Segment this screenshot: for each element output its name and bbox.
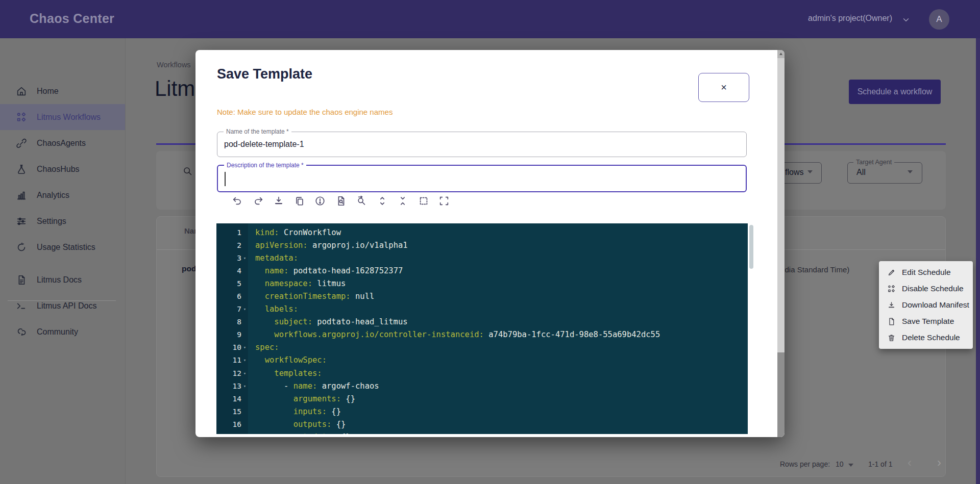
fold-arrow-icon[interactable]: ▾ xyxy=(241,384,248,389)
code-line: 13▾ - name: argowf-chaos xyxy=(216,379,748,392)
modal-scrollbar-thumb[interactable] xyxy=(777,58,785,352)
sidebar-item[interactable]: Analytics xyxy=(0,182,125,208)
close-button[interactable]: × xyxy=(698,73,749,102)
toolbar-button[interactable] xyxy=(253,195,264,207)
sidebar-item[interactable]: Usage Statistics xyxy=(0,234,125,260)
line-number: 1▾ xyxy=(216,228,248,237)
sidebar-item-icon xyxy=(16,190,27,201)
code-line: 5▾ namespace: litmus xyxy=(216,277,748,290)
code-text: apiVersion: argoproj.io/v1alpha1 xyxy=(248,241,408,250)
menu-item[interactable]: Download Manifest xyxy=(879,297,973,313)
toolbar-button[interactable] xyxy=(232,195,243,207)
line-number: 6▾ xyxy=(216,292,248,300)
fold-arrow-icon[interactable]: ▾ xyxy=(241,358,248,363)
toolbar-button[interactable] xyxy=(438,195,450,207)
next-page-button[interactable]: › xyxy=(937,455,941,470)
sidebar-item-label: Usage Statistics xyxy=(37,243,95,252)
sidebar-item-icon xyxy=(16,86,27,97)
modal-scrollbar[interactable] xyxy=(777,50,785,437)
line-number: 17▾ xyxy=(216,433,248,434)
code-text: name: podtato-head-1628752377 xyxy=(248,266,403,275)
code-line: 9▾ workflows.argoproj.io/controller-inst… xyxy=(216,328,748,341)
sidebar-item-icon xyxy=(16,274,27,286)
template-description-field: Description of the template * xyxy=(217,165,747,192)
target-agent-label: Target Agent xyxy=(853,159,894,166)
schedule-workflow-button[interactable]: Schedule a workflow xyxy=(849,80,941,104)
toolbar-button[interactable] xyxy=(356,195,367,207)
sidebar-item[interactable]: ChaosAgents xyxy=(0,130,125,156)
template-name-input[interactable] xyxy=(217,132,746,157)
code-text: outputs: {} xyxy=(248,420,346,429)
toolbar-button[interactable] xyxy=(397,195,408,207)
code-text: arguments: {} xyxy=(248,394,355,403)
fold-arrow-icon[interactable]: ▾ xyxy=(241,345,248,350)
menu-item[interactable]: Disable Schedule xyxy=(879,281,973,297)
rows-per-page-label: Rows per page: xyxy=(780,460,830,468)
toolbar-button[interactable] xyxy=(314,195,326,207)
menu-item[interactable]: Save Template xyxy=(879,313,973,329)
toolbar-button[interactable] xyxy=(377,195,388,207)
code-text: workflowSpec: xyxy=(248,355,327,365)
sidebar-item-label: Community xyxy=(37,327,78,337)
avatar[interactable]: A xyxy=(929,9,949,30)
scroll-up-arrow-icon[interactable] xyxy=(777,50,785,58)
fold-arrow-icon[interactable]: ▾ xyxy=(241,307,248,312)
code-text: metadata: xyxy=(248,253,298,263)
chevron-down-icon[interactable] xyxy=(901,15,911,24)
menu-item-icon xyxy=(887,285,896,293)
breadcrumb[interactable]: Workflows xyxy=(157,61,191,69)
sidebar-item[interactable]: Community xyxy=(0,319,125,345)
code-line: 16▾ outputs: {} xyxy=(216,418,748,430)
code-line: 8▾ subject: podtato-head_litmus xyxy=(216,316,748,328)
sidebar-item[interactable]: Home xyxy=(0,78,125,104)
sidebar-item-label: Analytics xyxy=(37,191,69,200)
toolbar-button[interactable] xyxy=(273,195,284,207)
modal-note: Note: Make sure to update the chaos engi… xyxy=(217,108,393,116)
line-number: 5▾ xyxy=(216,279,248,288)
brand-title: Chaos Center xyxy=(30,11,114,26)
sidebar-item[interactable]: Settings xyxy=(0,208,125,234)
line-number: 12▾ xyxy=(216,369,248,377)
code-text: subject: podtato-head_litmus xyxy=(248,317,408,326)
menu-item-icon xyxy=(887,317,896,326)
rows-per-page-value[interactable]: 10 xyxy=(836,460,844,468)
project-selector[interactable]: admin's project(Owner) xyxy=(808,14,892,23)
template-description-input[interactable] xyxy=(218,166,746,191)
toolbar-button[interactable] xyxy=(294,195,305,207)
modal-title: Save Template xyxy=(217,66,312,82)
line-number: 7▾ xyxy=(216,305,248,313)
sidebar-item-icon xyxy=(16,300,27,312)
sidebar-item[interactable]: ChaosHubs xyxy=(0,156,125,182)
sidebar-item-label: Litmus Workflows xyxy=(37,113,101,122)
code-line: 14▾ arguments: {} xyxy=(216,392,748,405)
yaml-editor[interactable]: 1▾ kind: CronWorkflow 2▾ apiVersion: arg… xyxy=(216,223,748,434)
sidebar-item[interactable]: Litmus Docs xyxy=(0,267,125,293)
code-text: namespace: litmus xyxy=(248,279,346,288)
sidebar-item[interactable]: Litmus API Docs xyxy=(0,293,125,319)
code-text: inputs: {} xyxy=(248,407,341,416)
toolbar-button[interactable] xyxy=(418,195,429,207)
code-text: labels: xyxy=(248,304,298,314)
toolbar-button[interactable] xyxy=(335,195,347,207)
page-scrollbar[interactable] xyxy=(976,38,980,484)
code-text: workflows.argoproj.io/controller-instanc… xyxy=(248,330,660,339)
menu-item-icon xyxy=(887,301,896,310)
code-text: spec: xyxy=(248,343,279,352)
editor-scrollbar-thumb[interactable] xyxy=(749,225,753,269)
menu-item[interactable]: Edit Schedule xyxy=(879,264,973,281)
menu-item-label: Save Template xyxy=(902,317,954,326)
rows-per-page-caret-icon[interactable] xyxy=(848,464,853,467)
previous-page-button[interactable]: ‹ xyxy=(908,455,912,470)
code-line: 4▾ name: podtato-head-1628752377 xyxy=(216,264,748,277)
code-text: metadata: {} xyxy=(248,432,351,434)
sidebar-item[interactable]: Litmus Workflows xyxy=(0,104,125,130)
fold-arrow-icon[interactable]: ▾ xyxy=(241,371,248,376)
workflow-type-value: flows xyxy=(785,168,803,177)
code-line: 7▾ labels: xyxy=(216,303,748,316)
code-line: 6▾ creationTimestamp: null xyxy=(216,290,748,302)
line-number: 8▾ xyxy=(216,318,248,326)
chaos-center-app: Chaos Center admin's project(Owner) A Ho… xyxy=(0,0,980,484)
fold-arrow-icon[interactable]: ▾ xyxy=(241,256,248,261)
search-icon[interactable] xyxy=(182,166,193,176)
menu-item[interactable]: Delete Schedule xyxy=(879,329,973,346)
